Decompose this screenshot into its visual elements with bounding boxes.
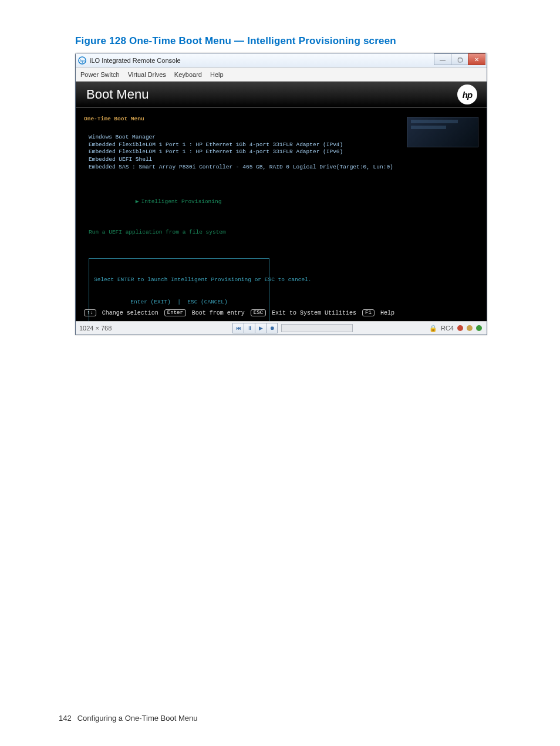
maximize-button[interactable]: ▢: [451, 53, 468, 65]
record-button[interactable]: ⏺: [266, 323, 278, 333]
boot-item[interactable]: Embedded SAS : Smart Array P830i Control…: [89, 164, 478, 171]
status-dot-yellow-icon: [467, 325, 473, 331]
footer-text: Configuring a One-Time Boot Menu: [77, 714, 198, 723]
hp-logo-icon: hp: [457, 85, 477, 104]
menu-help[interactable]: Help: [210, 71, 224, 78]
key-esc-icon: ESC: [251, 309, 266, 316]
boot-item-selected[interactable]: ▶Intelligent Provisioning: [89, 191, 478, 214]
progress-bar[interactable]: [281, 324, 353, 332]
boot-menu-title: Boot Menu: [86, 87, 149, 102]
menu-power-switch[interactable]: Power Switch: [80, 71, 120, 78]
page-footer: 142 Configuring a One-Time Boot Menu: [59, 714, 197, 723]
status-dot-red-icon: [457, 325, 463, 331]
console-header: Boot Menu hp: [76, 82, 487, 108]
minimize-button[interactable]: —: [434, 53, 451, 65]
key-enter-icon: Enter: [164, 309, 186, 316]
prompt-line2: Enter (EXIT) | ESC (CANCEL): [94, 299, 264, 306]
key-arrows-icon: ↑↓: [84, 309, 96, 316]
menu-virtual-drives[interactable]: Virtual Drives: [128, 71, 166, 78]
window-titlebar[interactable]: hp iLO Integrated Remote Console — ▢ ✕: [76, 53, 487, 67]
key-f1-icon: F1: [362, 309, 375, 316]
playback-controls: ⏮ ⏸ ▶ ⏺: [232, 323, 353, 333]
boot-item[interactable]: Embedded FlexibleLOM 1 Port 1 : HP Ether…: [89, 148, 478, 156]
bios-screen: One-Time Boot Menu Windows Boot Manager …: [84, 116, 478, 325]
console-area: Boot Menu hp One-Time Boot Menu Windows …: [76, 82, 487, 321]
selection-arrow-icon: ▶: [136, 198, 139, 205]
boot-item[interactable]: Embedded UEFI Shell: [89, 156, 478, 164]
key-label: Boot from entry: [192, 310, 245, 316]
hp-icon: hp: [78, 56, 86, 65]
boot-item[interactable]: Windows Boot Manager: [89, 134, 478, 141]
key-label: Change selection: [102, 310, 158, 316]
figure-caption: Figure 128 One-Time Boot Menu — Intellig…: [75, 35, 485, 47]
resolution-label: 1024 × 768: [79, 325, 112, 332]
key-label: Exit to System Utilities: [272, 310, 356, 316]
menu-keyboard[interactable]: Keyboard: [174, 71, 202, 78]
pause-button[interactable]: ⏸: [244, 323, 255, 333]
boot-item[interactable]: Embedded FlexibleLOM 1 Port 1 : HP Ether…: [89, 141, 478, 149]
rewind-button[interactable]: ⏮: [232, 323, 244, 333]
window-title: iLO Integrated Remote Console: [90, 57, 181, 64]
lock-icon: 🔒: [429, 325, 437, 332]
close-button[interactable]: ✕: [468, 53, 485, 65]
play-button[interactable]: ▶: [255, 323, 266, 333]
remote-console-window: hp iLO Integrated Remote Console — ▢ ✕ P…: [75, 53, 487, 335]
boot-list: Windows Boot Manager Embedded FlexibleLO…: [89, 134, 478, 325]
svg-text:hp: hp: [80, 59, 85, 63]
prompt-line1: Select ENTER to launch Intelligent Provi…: [94, 276, 264, 284]
footer-key-hints: ↑↓ Change selection Enter Boot from entr…: [84, 309, 478, 316]
rc-label: RC4: [441, 325, 454, 332]
status-bar: 1024 × 768 ⏮ ⏸ ▶ ⏺ 🔒 RC4: [76, 321, 487, 335]
section-title: One-Time Boot Menu: [84, 116, 478, 123]
status-dot-green-icon: [476, 325, 482, 331]
page-number: 142: [59, 714, 72, 723]
window-menubar: Power Switch Virtual Drives Keyboard Hel…: [76, 67, 487, 82]
key-label: Help: [380, 310, 394, 316]
boot-item[interactable]: Run a UEFI application from a file syste…: [89, 229, 478, 237]
